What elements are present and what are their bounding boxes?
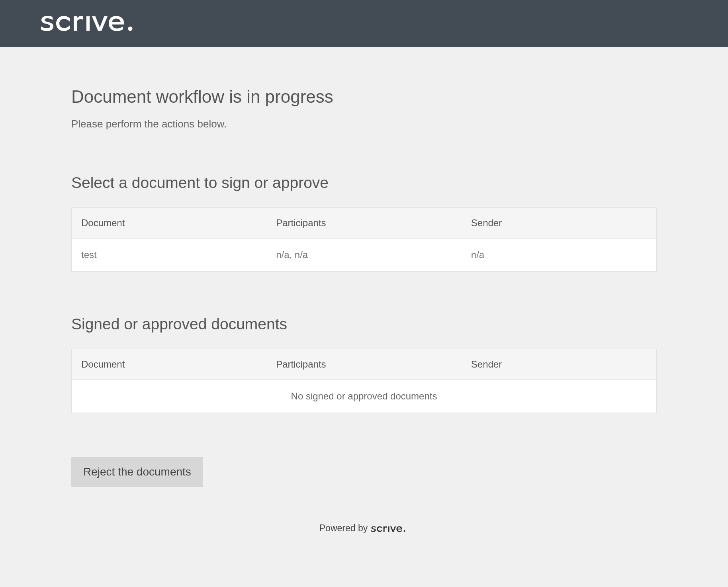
cell-sender: n/a bbox=[462, 239, 657, 272]
empty-message: No signed or approved documents bbox=[72, 380, 657, 413]
main-content: Document workflow is in progress Please … bbox=[33, 87, 695, 523]
select-section-heading: Select a document to sign or approve bbox=[71, 174, 657, 192]
table-row[interactable]: test n/a, n/a n/a bbox=[72, 239, 657, 272]
scrive-logo bbox=[40, 12, 141, 35]
column-header-participants: Participants bbox=[266, 349, 462, 380]
footer: Powered by bbox=[0, 523, 728, 554]
svg-point-1 bbox=[404, 530, 405, 532]
svg-point-0 bbox=[128, 26, 133, 31]
reject-button[interactable]: Reject the documents bbox=[71, 457, 203, 487]
select-document-table: Document Participants Sender test n/a, n… bbox=[71, 207, 657, 272]
footer-powered-by-text: Powered by bbox=[319, 523, 368, 534]
signed-section-heading: Signed or approved documents bbox=[71, 315, 657, 333]
footer-scrive-logo bbox=[371, 523, 409, 534]
cell-participants: n/a, n/a bbox=[266, 239, 462, 272]
column-header-sender: Sender bbox=[462, 208, 657, 239]
column-header-document: Document bbox=[72, 349, 267, 380]
cell-document: test bbox=[72, 239, 267, 272]
page-title: Document workflow is in progress bbox=[71, 87, 657, 107]
header-bar bbox=[0, 0, 728, 47]
page-subtitle: Please perform the actions below. bbox=[71, 118, 657, 130]
column-header-document: Document bbox=[72, 208, 267, 239]
signed-document-table: Document Participants Sender No signed o… bbox=[71, 349, 657, 413]
column-header-sender: Sender bbox=[462, 349, 657, 380]
column-header-participants: Participants bbox=[266, 208, 462, 239]
table-empty-row: No signed or approved documents bbox=[72, 380, 657, 413]
